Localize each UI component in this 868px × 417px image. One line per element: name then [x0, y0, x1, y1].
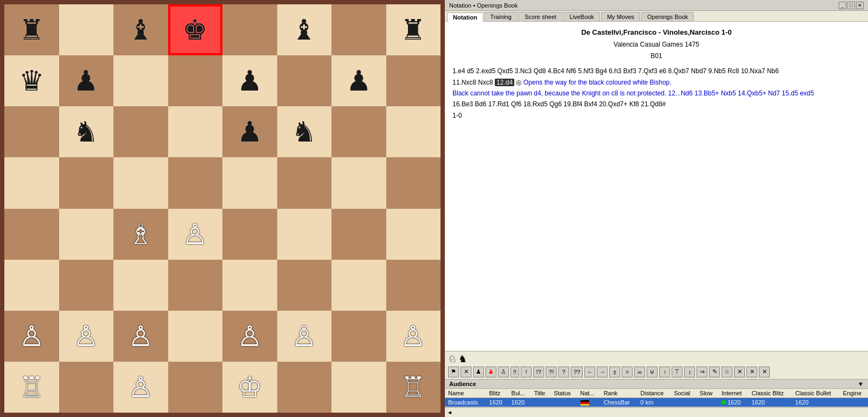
maximize-button[interactable]: □ [847, 2, 855, 9]
square-h8[interactable]: ♜ [386, 4, 441, 55]
audience-collapse-icon[interactable]: ▼ [858, 381, 864, 387]
toolbar-btn-pawn-red[interactable]: ♟ [486, 367, 496, 377]
square-b2[interactable]: ♙ [59, 311, 114, 362]
square-g8[interactable] [331, 4, 386, 55]
toolbar-btn-doublex[interactable]: !! [510, 367, 519, 377]
tab-notation[interactable]: Notation [447, 12, 483, 22]
square-a7[interactable]: ♛ [4, 55, 59, 106]
tab-livebook[interactable]: LiveBook [564, 12, 600, 21]
square-b4[interactable] [59, 209, 114, 260]
square-f6[interactable]: ♞ [277, 106, 332, 157]
square-h7[interactable] [386, 55, 441, 106]
square-g7[interactable]: ♟ [331, 55, 386, 106]
toolbar-btn-x4[interactable]: ✕ [759, 367, 770, 377]
square-h3[interactable] [386, 260, 441, 311]
toolbar-btn-pm[interactable]: ± [609, 367, 620, 377]
square-f8[interactable]: ♝ [277, 4, 332, 55]
toolbar-btn-pawn[interactable]: ♟ [473, 367, 484, 377]
tab-mymoves[interactable]: My Moves [601, 12, 640, 21]
square-d5[interactable] [168, 157, 223, 208]
toolbar-btn-eq[interactable]: = [622, 367, 633, 377]
square-e3[interactable] [222, 260, 277, 311]
square-c5[interactable] [113, 157, 168, 208]
toolbar-btn-perp[interactable]: ⊤ [672, 367, 682, 377]
square-h4[interactable] [386, 209, 441, 260]
tab-openingsbook[interactable]: Openings Book [641, 12, 694, 21]
square-c4[interactable]: ♗ [113, 209, 168, 260]
square-c1[interactable]: ♙ [113, 362, 168, 413]
toolbar-btn-x[interactable]: ✕ [461, 367, 471, 377]
square-d6[interactable] [168, 106, 223, 157]
square-d2[interactable] [168, 311, 223, 362]
toolbar-btn-qq[interactable]: ?? [571, 367, 583, 377]
toolbar-btn-q[interactable]: ? [558, 367, 569, 377]
square-e2[interactable]: ♙ [222, 311, 277, 362]
square-h5[interactable] [386, 157, 441, 208]
square-e7[interactable]: ♟ [222, 55, 277, 106]
square-e4[interactable] [222, 209, 277, 260]
square-g5[interactable] [331, 157, 386, 208]
audience-row-broadcasts[interactable]: Broadcasts 1620 1620 ChessBar 0 km 1620 [445, 397, 868, 407]
square-e1[interactable]: ♔ [222, 362, 277, 413]
square-c7[interactable] [113, 55, 168, 106]
square-c3[interactable] [113, 260, 168, 311]
toolbar-btn-excl[interactable]: ! [521, 367, 532, 377]
tab-training[interactable]: Training [484, 12, 518, 21]
square-g3[interactable] [331, 260, 386, 311]
square-a3[interactable] [4, 260, 59, 311]
toolbar-btn-ud[interactable]: ↕ [684, 367, 695, 377]
square-a6[interactable] [4, 106, 59, 157]
square-f1[interactable] [277, 362, 332, 413]
toolbar-btn-exclq[interactable]: !? [533, 367, 544, 377]
square-g2[interactable] [331, 311, 386, 362]
toolbar-btn-pen[interactable]: ✎ [709, 367, 720, 377]
square-b1[interactable] [59, 362, 114, 413]
square-a8[interactable]: ♜ [4, 4, 59, 55]
toolbar-btn-up[interactable]: ↑ [659, 367, 670, 377]
toolbar-btn-inf[interactable]: ∞ [634, 367, 645, 377]
audience-scrollbar[interactable]: ◄ [445, 407, 868, 417]
square-d4[interactable]: ♙ [168, 209, 223, 260]
square-f3[interactable] [277, 260, 332, 311]
square-e5[interactable] [222, 157, 277, 208]
square-h6[interactable] [386, 106, 441, 157]
square-b8[interactable] [59, 4, 114, 55]
minimize-button[interactable]: _ [839, 2, 846, 9]
toolbar-btn-pawn-face[interactable]: ♙ [498, 367, 509, 377]
square-g4[interactable] [331, 209, 386, 260]
square-b3[interactable] [59, 260, 114, 311]
square-c6[interactable] [113, 106, 168, 157]
square-d8[interactable]: ♚ [168, 4, 223, 55]
square-a1[interactable]: ♖ [4, 362, 59, 413]
toolbar-btn-darr[interactable]: ⇒ [697, 367, 707, 377]
square-f4[interactable] [277, 209, 332, 260]
close-button[interactable]: ✕ [856, 2, 864, 9]
toolbar-btn-oo[interactable]: ⊌ [647, 367, 658, 377]
square-c8[interactable]: ♝ [113, 4, 168, 55]
square-h1[interactable]: ♖ [386, 362, 441, 413]
square-f7[interactable] [277, 55, 332, 106]
square-g6[interactable] [331, 106, 386, 157]
square-g1[interactable] [331, 362, 386, 413]
move-highlight[interactable]: 12.d4 [495, 79, 514, 86]
square-b6[interactable]: ♞ [59, 106, 114, 157]
square-d7[interactable] [168, 55, 223, 106]
toolbar-btn-x2[interactable]: ✕ [734, 367, 745, 377]
toolbar-btn-qexcl[interactable]: ?! [546, 367, 557, 377]
tab-scoresheet[interactable]: Score sheet [519, 12, 563, 21]
square-h2[interactable]: ♙ [386, 311, 441, 362]
square-f2[interactable]: ♙ [277, 311, 332, 362]
square-f5[interactable] [277, 157, 332, 208]
toolbar-btn-flag[interactable]: ⚑ [448, 367, 459, 377]
square-a4[interactable] [4, 209, 59, 260]
toolbar-btn-rarr[interactable]: → [597, 367, 608, 377]
square-c2[interactable]: ♙ [113, 311, 168, 362]
square-d3[interactable] [168, 260, 223, 311]
square-a2[interactable]: ♙ [4, 311, 59, 362]
toolbar-btn-star[interactable]: ☆ [722, 367, 732, 377]
square-a5[interactable] [4, 157, 59, 208]
square-e6[interactable]: ♟ [222, 106, 277, 157]
toolbar-btn-x3[interactable]: ✕ [746, 367, 757, 377]
square-b5[interactable] [59, 157, 114, 208]
square-e8[interactable] [222, 4, 277, 55]
